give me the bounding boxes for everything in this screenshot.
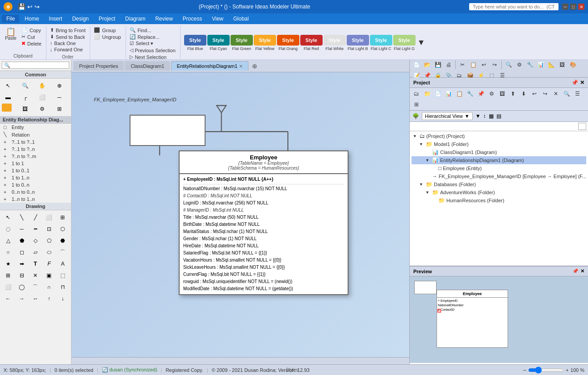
style-button-9[interactable]: Style Flat Light G (393, 35, 416, 51)
tab-close-icon[interactable]: ✕ (239, 64, 243, 69)
draw-tool-arrow-d[interactable]: ↓ (56, 293, 69, 304)
draw-tool-minus[interactable]: ⊟ (16, 270, 28, 281)
tree-item[interactable]: ▼ 📁 Databases (Folder) (412, 180, 586, 188)
tb-copy[interactable]: 📋 (468, 60, 478, 70)
tb-ruler[interactable]: 📐 (546, 60, 556, 70)
rel-q1-q1[interactable]: + ?..1 to ?..1 (0, 138, 71, 146)
paste-button[interactable]: 📋 Paste (3, 27, 19, 42)
tb-undo[interactable]: ↩ (479, 60, 489, 70)
tb-open[interactable]: 📂 (422, 60, 432, 70)
tree-tb-8[interactable]: ⚙ (487, 89, 496, 99)
tb-save[interactable]: 💾 (433, 60, 443, 70)
styles-more-button[interactable]: ▼ (417, 38, 425, 47)
draw-tool-F[interactable]: F (43, 258, 55, 269)
tree-item[interactable]: ▼ 📁 AdventureWorks (Folder) (412, 188, 586, 196)
back-one-button[interactable]: ↑ Back One (48, 40, 88, 46)
minimize-button[interactable]: ─ (562, 4, 568, 10)
tb-zoom-in[interactable]: 🔍 (504, 60, 513, 70)
tree-tb-10[interactable]: ⬆ (508, 89, 518, 99)
tree-tb-14[interactable]: ✕ (551, 89, 561, 99)
tree-item[interactable]: 📁 HumanResources (Folder) (412, 196, 586, 204)
add-tab-button[interactable]: ⊕ (249, 62, 260, 71)
previous-selection-button[interactable]: ◁ Previous Selection (128, 47, 177, 54)
tb-cut[interactable]: ✂ (458, 60, 467, 70)
draw-tool-r5[interactable]: ⊓ (56, 282, 69, 292)
draw-tool-r4[interactable]: ∩ (43, 282, 55, 292)
menu-file[interactable]: File (2, 15, 19, 23)
style-button-7[interactable]: Style Flat Light B (347, 35, 369, 51)
search-input[interactable] (469, 3, 559, 10)
preview-pin-icon[interactable]: 📌 (572, 268, 579, 274)
panel-search-input[interactable] (2, 62, 69, 69)
draw-tool-x[interactable]: ✕ (29, 270, 42, 281)
select-button[interactable]: ☑ Select ▾ (128, 40, 177, 47)
replace-button[interactable]: 🔄 Replace... (128, 33, 177, 40)
close-tree-icon[interactable]: ✕ (580, 79, 584, 86)
draw-tool-4[interactable]: ⬜ (43, 212, 55, 223)
icon-tool[interactable]: ⚙ (36, 104, 49, 114)
draw-tool-arrow[interactable]: ➡ (16, 258, 28, 269)
find-button[interactable]: 🔍 Find... (128, 27, 177, 33)
plus-tool[interactable]: ⊕ (53, 80, 66, 91)
preview-canvas[interactable]: Employee + EmployeeID NationalIDNumber #… (410, 276, 588, 363)
rel-1-1n[interactable]: + 1 to 1..n (0, 174, 71, 181)
draw-tool-r3[interactable]: ⌒ (29, 282, 42, 292)
draw-tool-frame[interactable]: ⬚ (56, 270, 69, 281)
rel-1n-1n[interactable]: + 1..n to 1..n (0, 196, 71, 203)
tab-project-properties[interactable]: Project Properties (73, 61, 124, 71)
draw-tool-5[interactable]: ⊞ (56, 212, 69, 223)
undo-icon[interactable]: ↩ (27, 3, 33, 10)
bring-to-front-button[interactable]: ⬆ Bring to Front (48, 27, 88, 33)
entity-box[interactable]: Employee {TableName = Employee} {TableSc… (179, 150, 349, 295)
img-tool[interactable]: 🖼 (19, 104, 31, 114)
tree-tb-2[interactable]: 📁 (422, 89, 432, 99)
tb-settings[interactable]: ⚙ (514, 60, 524, 70)
draw-tool-12[interactable]: ⬟ (16, 235, 28, 246)
style-button-1[interactable]: Style Flat Cyan (207, 35, 230, 51)
hierarchical-view-dropdown[interactable]: Hierarchical View ▼ (422, 112, 473, 120)
tree-item[interactable]: □ Employee (Entity) (412, 164, 586, 172)
select-tool[interactable]: ↖ (2, 80, 14, 91)
tree-tb-6[interactable]: 🔧 (465, 89, 475, 99)
group-button[interactable]: ⬛ Group (92, 27, 122, 33)
tb-chart[interactable]: 📊 (536, 60, 546, 70)
draw-tool-arrow-r[interactable]: → (16, 293, 28, 304)
relation-item[interactable]: ╲ Relation (0, 131, 71, 138)
tree-tb-15[interactable]: 🔍 (562, 89, 571, 99)
forward-one-button[interactable]: ↓ Forward One (48, 46, 88, 53)
layout-col-icon[interactable]: ▦ (489, 113, 494, 119)
tab-er-diagram[interactable]: EntityRelationshipDiagram1 ✕ (171, 61, 249, 71)
color-tool[interactable] (2, 104, 12, 112)
draw-tool-11[interactable]: △ (2, 235, 14, 246)
menu-global[interactable]: Global (229, 15, 253, 23)
close-button[interactable]: ✕ (578, 4, 584, 10)
draw-tool-8[interactable]: ━ (29, 224, 42, 234)
draw-tool-arrow-u[interactable]: ↑ (43, 293, 55, 304)
tree-tb-17[interactable]: ⊞ (412, 100, 421, 109)
hollow-rect-tool[interactable]: ⬜ (36, 92, 49, 103)
style-button-5[interactable]: Style Flat Red (300, 35, 323, 51)
draw-tool-9[interactable]: ⊡ (43, 224, 55, 234)
tree-tb-9[interactable]: 🖼 (497, 89, 507, 99)
zoom-slider[interactable] (528, 367, 564, 374)
draw-tool-10[interactable]: ⬡ (56, 224, 69, 234)
tree-search-input[interactable] (578, 123, 586, 130)
rel-1-01[interactable]: + 1 to 0..1 (0, 167, 71, 174)
rel-q1-qn[interactable]: + ?..1 to ?..n (0, 146, 71, 153)
save-icon[interactable]: 💾 (18, 3, 25, 10)
draw-tool-13[interactable]: ◇ (29, 235, 42, 246)
filter-icon[interactable]: ▼ (475, 113, 481, 119)
style-button-3[interactable]: Style Flat Yellow (254, 35, 276, 51)
draw-tool-16[interactable]: ○ (2, 247, 14, 258)
draw-tool-2[interactable]: ╲ (16, 212, 28, 223)
draw-tool-star[interactable]: ★ (2, 258, 14, 269)
tab-class-diagram[interactable]: ClassDiagram1 (125, 61, 170, 71)
draw-tool-r1[interactable]: ⬜ (2, 282, 14, 292)
tree-tb-12[interactable]: ↩ (529, 89, 539, 99)
tb-image[interactable]: 🖼 (557, 60, 567, 70)
tree-tb-11[interactable]: ⬇ (519, 89, 529, 99)
draw-tool-17[interactable]: ◻ (16, 247, 28, 258)
pin-icon[interactable]: 📌 (571, 79, 578, 86)
pan-tool[interactable]: ✋ (36, 80, 49, 91)
layout-row-icon[interactable]: ▤ (496, 113, 501, 119)
